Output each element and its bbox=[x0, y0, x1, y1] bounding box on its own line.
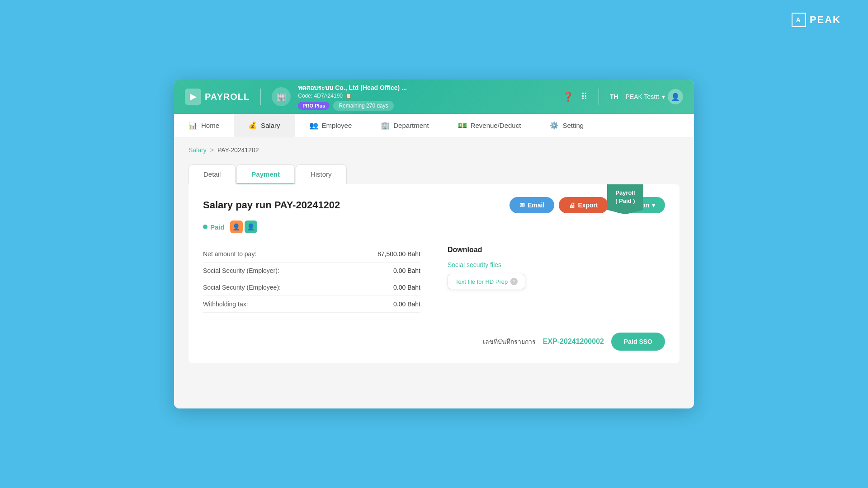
revenue-icon: 💵 bbox=[458, 121, 467, 130]
help-icon[interactable]: ❓ bbox=[562, 91, 574, 102]
department-icon: 🏢 bbox=[381, 121, 390, 130]
pro-badge: PRO Plus bbox=[298, 102, 330, 110]
payroll-label: PAYROLL bbox=[205, 92, 250, 102]
ssw-value: 0.00 Baht bbox=[393, 284, 420, 291]
nav-setting[interactable]: ⚙️ Setting bbox=[535, 114, 598, 137]
header-left: ▶ PAYROLL 🏢 ทดสอบระบบ Co., Ltd (Head Off… bbox=[185, 83, 407, 111]
header-divider-2 bbox=[599, 89, 599, 105]
remaining-days: Remaining 270 days bbox=[333, 101, 393, 111]
summary-row-wht: Withholding tax: 0.00 Baht bbox=[203, 296, 420, 313]
nav-home[interactable]: 📊 Home bbox=[174, 114, 234, 137]
peak-logo: A PEAK bbox=[792, 13, 841, 27]
apps-icon[interactable]: ⠿ bbox=[581, 91, 588, 102]
nav-salary[interactable]: 💰 Salary bbox=[234, 114, 295, 137]
payroll-logo: ▶ PAYROLL bbox=[185, 89, 250, 105]
app-content: Salary > PAY-20241202 Detail Payment His… bbox=[174, 137, 694, 408]
company-code: Code: 4D7A24190 📋 bbox=[298, 93, 407, 99]
payrun-header: Salary pay run PAY-20241202 ✉ Email 🖨 Ex… bbox=[203, 197, 665, 213]
peak-logo-text: PEAK bbox=[810, 14, 841, 26]
wht-label: Withholding tax: bbox=[203, 300, 248, 308]
summary-row-net: Net amount to pay: 87,500.00 Baht bbox=[203, 246, 420, 263]
exp-text: เลขที่บันทึกรายการ bbox=[483, 337, 536, 347]
breadcrumb-salary-link[interactable]: Salary bbox=[189, 146, 207, 154]
card: Payroll ( Paid ) Salary pay run PAY-2024… bbox=[189, 184, 679, 363]
nav-employee[interactable]: 👥 Employee bbox=[295, 114, 367, 137]
chevron-down-icon: ▾ bbox=[662, 93, 665, 100]
email-icon: ✉ bbox=[519, 202, 525, 209]
header-right: ❓ ⠿ TH PEAK Testtt ▾ 👤 bbox=[562, 89, 683, 105]
print-icon: 🖨 bbox=[569, 202, 575, 209]
tab-history[interactable]: History bbox=[296, 164, 347, 184]
email-button[interactable]: ✉ Email bbox=[509, 197, 554, 213]
sse-label: Social Security (Employer): bbox=[203, 267, 279, 274]
tab-payment[interactable]: Payment bbox=[236, 164, 295, 184]
sse-value: 0.00 Baht bbox=[393, 267, 420, 274]
user-name: PEAK Testtt bbox=[626, 93, 659, 100]
text-file-rd-prep-button[interactable]: Text file for RD Prep ? bbox=[448, 274, 525, 289]
exp-link[interactable]: EXP-20241200002 bbox=[543, 338, 604, 346]
status-row: Paid 👤 👤 bbox=[203, 221, 665, 233]
net-value: 87,500.00 Baht bbox=[377, 250, 420, 258]
ssw-label: Social Security (Employee): bbox=[203, 284, 281, 291]
nav-setting-label: Setting bbox=[562, 122, 584, 129]
download-title: Download bbox=[448, 246, 665, 254]
summary-left: Net amount to pay: 87,500.00 Baht Social… bbox=[203, 246, 420, 313]
payroll-ribbon: Payroll ( Paid ) bbox=[607, 184, 643, 214]
company-name: ทดสอบระบบ Co., Ltd (Head Office) ... bbox=[298, 83, 407, 93]
summary-row-ssw: Social Security (Employee): 0.00 Baht bbox=[203, 279, 420, 296]
company-info: ทดสอบระบบ Co., Ltd (Head Office) ... Cod… bbox=[298, 83, 407, 111]
summary-right: Download Social security files Text file… bbox=[448, 246, 665, 313]
chevron-down-icon-option: ▾ bbox=[652, 202, 655, 209]
language-selector[interactable]: TH bbox=[610, 93, 618, 100]
breadcrumb-current: PAY-20241202 bbox=[217, 146, 259, 154]
status-paid: Paid bbox=[203, 223, 225, 231]
app-header: ▶ PAYROLL 🏢 ทดสอบระบบ Co., Ltd (Head Off… bbox=[174, 80, 694, 114]
person-icon-teal[interactable]: 👤 bbox=[245, 221, 257, 233]
payroll-logo-icon: ▶ bbox=[185, 89, 201, 105]
app-window: ▶ PAYROLL 🏢 ทดสอบระบบ Co., Ltd (Head Off… bbox=[174, 80, 694, 408]
breadcrumb-separator: > bbox=[210, 146, 214, 154]
wht-value: 0.00 Baht bbox=[393, 300, 420, 308]
help-circle-icon: ? bbox=[510, 278, 518, 285]
payrun-title: Salary pay run PAY-20241202 bbox=[203, 199, 340, 211]
nav-revenue-label: Revenue/Deduct bbox=[471, 122, 521, 129]
summary-section: Net amount to pay: 87,500.00 Baht Social… bbox=[203, 246, 665, 313]
summary-row-sse: Social Security (Employer): 0.00 Baht bbox=[203, 263, 420, 279]
text-file-label: Text file for RD Prep bbox=[455, 278, 508, 285]
nav-department-label: Department bbox=[393, 122, 429, 129]
employee-icon: 👥 bbox=[309, 121, 318, 130]
peak-logo-icon: A bbox=[792, 13, 806, 27]
header-user[interactable]: PEAK Testtt ▾ 👤 bbox=[626, 89, 683, 104]
nav-department[interactable]: 🏢 Department bbox=[366, 114, 443, 137]
setting-icon: ⚙️ bbox=[550, 121, 559, 130]
export-button[interactable]: 🖨 Export bbox=[559, 197, 608, 213]
breadcrumb: Salary > PAY-20241202 bbox=[189, 146, 679, 154]
salary-icon: 💰 bbox=[248, 121, 257, 130]
copy-icon[interactable]: 📋 bbox=[345, 93, 352, 99]
nav-salary-label: Salary bbox=[261, 122, 280, 129]
header-divider bbox=[260, 89, 261, 105]
paid-sso-button[interactable]: Paid SSO bbox=[611, 333, 665, 351]
social-security-link[interactable]: Social security files bbox=[448, 261, 665, 268]
status-dot bbox=[203, 225, 208, 229]
person-icons: 👤 👤 bbox=[230, 221, 257, 233]
tabs: Detail Payment History bbox=[189, 164, 679, 184]
nav-employee-label: Employee bbox=[322, 122, 352, 129]
company-icon: 🏢 bbox=[272, 87, 291, 106]
home-icon: 📊 bbox=[189, 121, 198, 130]
person-icon-orange[interactable]: 👤 bbox=[230, 221, 243, 233]
avatar: 👤 bbox=[668, 89, 683, 104]
nav-revenue-deduct[interactable]: 💵 Revenue/Deduct bbox=[443, 114, 536, 137]
tab-detail[interactable]: Detail bbox=[189, 164, 236, 184]
nav-home-label: Home bbox=[201, 122, 219, 129]
app-nav: 📊 Home 💰 Salary 👥 Employee 🏢 Department … bbox=[174, 114, 694, 137]
net-label: Net amount to pay: bbox=[203, 250, 256, 258]
bottom-row: เลขที่บันทึกรายการ EXP-20241200002 Paid … bbox=[203, 325, 665, 351]
status-label: Paid bbox=[210, 223, 225, 231]
